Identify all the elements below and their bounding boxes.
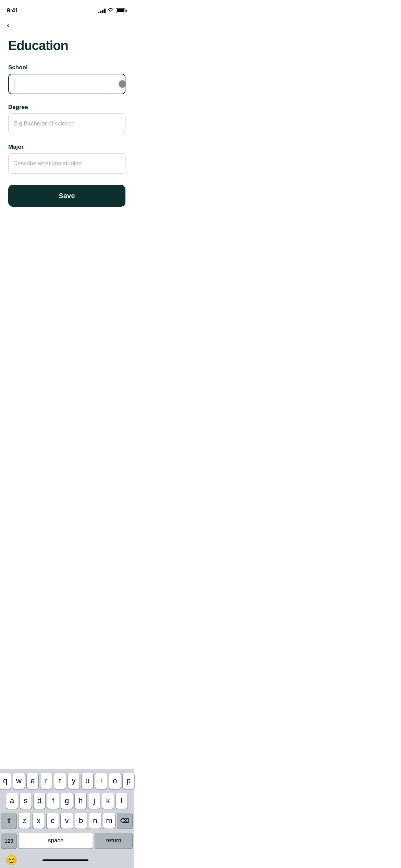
school-input-wrapper — [8, 74, 125, 94]
main-content: Education School Degree Major Save — [0, 32, 134, 207]
major-input[interactable] — [8, 153, 125, 174]
back-chevron-icon: ‹ — [7, 21, 9, 28]
status-time: 9:41 — [7, 7, 18, 14]
degree-form-group: Degree — [8, 104, 125, 134]
scroll-handle — [119, 80, 126, 88]
major-label: Major — [8, 144, 125, 150]
back-button[interactable]: ‹ — [7, 21, 9, 28]
nav-bar: ‹ — [0, 16, 134, 32]
school-input-container[interactable] — [8, 74, 125, 94]
degree-label: Degree — [8, 104, 125, 111]
page-title: Education — [8, 38, 125, 53]
text-cursor — [14, 79, 14, 89]
school-label: School — [8, 64, 125, 71]
school-input[interactable] — [8, 74, 125, 94]
save-button[interactable]: Save — [8, 185, 125, 207]
status-bar: 9:41 — [0, 0, 134, 16]
major-form-group: Major — [8, 144, 125, 174]
degree-input[interactable] — [8, 113, 125, 134]
school-form-group: School — [8, 64, 125, 94]
status-icons — [98, 8, 127, 14]
wifi-icon — [108, 8, 114, 14]
battery-icon — [116, 8, 127, 13]
signal-icon — [98, 9, 106, 13]
